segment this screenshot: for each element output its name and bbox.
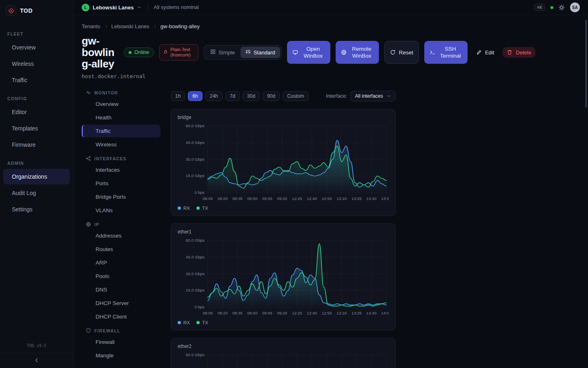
svg-text:60.0 Gbps: 60.0 Gbps [186, 123, 205, 128]
time-range-6h[interactable]: 6h [188, 91, 202, 101]
svg-text:12:40: 12:40 [307, 196, 317, 201]
subnav-item-health[interactable]: Health [82, 111, 160, 124]
theme-toggle-button[interactable] [559, 4, 565, 11]
subnav-item-routes[interactable]: Routes [82, 243, 160, 256]
page-header: gw-bowling-alley Online Plain-Text (Inse… [82, 35, 580, 70]
subnav-item-dhcp-client[interactable]: DHCP Client [82, 310, 160, 323]
subnav-item-mangle[interactable]: Mangle [82, 349, 160, 362]
sidebar-item-audit-log[interactable]: Audit Log [3, 185, 70, 201]
remote-winbox-button[interactable]: Remote WinBox [336, 41, 379, 64]
subnav-section-ip: IP [82, 218, 160, 229]
subnav-item-pools[interactable]: Pools [82, 270, 160, 283]
chevron-right-icon [104, 24, 108, 29]
subnav-item-dhcp-server[interactable]: DHCP Server [82, 297, 160, 310]
scrollbar-thumb[interactable] [585, 20, 587, 108]
main-area: L Lebowski Lanes All systems nominal ⌘K … [74, 0, 588, 368]
sidebar-item-editor[interactable]: Editor [3, 104, 70, 120]
remote-winbox-label: Remote WinBox [350, 45, 374, 59]
subnav-item-bridge-ports[interactable]: Bridge Ports [82, 191, 160, 203]
sidebar-item-label: Traffic [12, 77, 27, 83]
sidebar-item-firmware[interactable]: Firmware [3, 137, 70, 153]
edit-label: Edit [485, 49, 494, 56]
sidebar-item-templates[interactable]: Templates [3, 121, 70, 136]
sidebar-item-overview[interactable]: Overview [3, 40, 70, 55]
topbar-left: L Lebowski Lanes All systems nominal [82, 4, 199, 11]
sidebar-item-settings[interactable]: Settings [3, 202, 70, 217]
breadcrumb-item-tenants[interactable]: Tenants [82, 23, 100, 29]
user-avatar[interactable]: SA [570, 2, 580, 12]
view-toggle-simple[interactable]: Simple [205, 47, 240, 58]
delete-button[interactable]: Delete [503, 47, 535, 58]
device-subnav: MONITOROverviewHealthTrafficWirelessINTE… [82, 86, 160, 368]
network-icon [86, 156, 91, 161]
subnav-item-traffic[interactable]: Traffic [82, 125, 160, 137]
subnav-item-firewall[interactable]: Firewall [82, 336, 160, 348]
app-root: TOD FLEETOverviewWirelessTrafficCONFIGEd… [0, 0, 588, 368]
svg-text:12:55: 12:55 [322, 196, 332, 201]
subnav-section-label: IP [94, 222, 99, 227]
globe-icon [86, 222, 91, 227]
time-range-90d[interactable]: 90d [263, 91, 280, 101]
subnav-item-vlans[interactable]: VLANs [82, 204, 160, 217]
svg-text:13:40: 13:40 [366, 311, 376, 315]
open-winbox-button[interactable]: Open WinBox [287, 41, 330, 64]
subnav-item-wireless[interactable]: Wireless [82, 138, 160, 151]
time-range-30d[interactable]: 30d [243, 91, 260, 101]
chart-title: ether1 [178, 229, 389, 235]
breadcrumb-item-lebowski-lanes[interactable]: Lebowski Lanes [111, 23, 149, 29]
legend-item-rx: RX [178, 320, 190, 325]
topbar-right: ⌘K SA [534, 2, 580, 12]
subnav-section-label: FIREWALL [94, 328, 120, 333]
interface-select[interactable]: All interfaces [350, 91, 396, 101]
traffic-chart: 0 bps15.0 Gbps30.0 Gbps45.0 Gbps60.0 Gbp… [178, 237, 389, 318]
legend-label: RX [183, 320, 190, 325]
svg-text:15.0 Gbps: 15.0 Gbps [186, 173, 205, 178]
online-dot-icon [129, 51, 131, 54]
svg-text:45.0 Gbps: 45.0 Gbps [186, 255, 205, 259]
time-range-7d[interactable]: 7d [225, 91, 240, 101]
subnav-item-overview[interactable]: Overview [82, 98, 160, 110]
time-range-24h[interactable]: 24h [205, 91, 223, 101]
subnav-item-ports[interactable]: Ports [82, 177, 160, 190]
sidebar-collapse-button[interactable] [0, 353, 73, 368]
trash-icon [507, 49, 512, 55]
subnav-item-addresses[interactable]: Addresses [82, 229, 160, 242]
ssh-terminal-button[interactable]: SSH Terminal [424, 41, 468, 64]
svg-text:09:20: 09:20 [277, 311, 287, 315]
interface-filter: Interface: All interfaces [326, 91, 396, 101]
svg-text:08:05: 08:05 [203, 311, 213, 315]
time-range-group: 1h6h24h7d30d90dCustom [171, 91, 309, 101]
time-range-custom[interactable]: Custom [283, 91, 308, 101]
app-logo[interactable]: TOD [0, 0, 73, 21]
sidebar-section-fleet: FLEET [3, 24, 70, 40]
traffic-chart: 0 bps15.0 Gbps30.0 Gbps45.0 Gbps60.0 Gbp… [178, 123, 389, 203]
reset-button[interactable]: Reset [384, 41, 419, 64]
subnav-item-dns[interactable]: DNS [82, 283, 160, 296]
shield-icon [86, 328, 91, 333]
sidebar-item-organizations[interactable]: Organizations [3, 169, 70, 184]
svg-text:08:20: 08:20 [218, 311, 228, 315]
chart-title: bridge [178, 114, 389, 120]
svg-text:14:00: 14:00 [381, 311, 389, 315]
svg-text:12:55: 12:55 [322, 311, 332, 315]
topbar: L Lebowski Lanes All systems nominal ⌘K … [74, 0, 588, 15]
sidebar-item-traffic[interactable]: Traffic [3, 72, 70, 88]
sidebar-item-wireless[interactable]: Wireless [3, 56, 70, 72]
command-palette-shortcut[interactable]: ⌘K [534, 4, 545, 11]
edit-button[interactable]: Edit [473, 47, 497, 58]
view-mode-toggle: Simple Standard [204, 45, 282, 60]
svg-text:09:05: 09:05 [262, 311, 272, 315]
chart-legend: RXTX [178, 320, 389, 325]
breadcrumb-item-gw-bowling-alley: gw-bowling-alley [160, 23, 200, 29]
tenant-avatar: L [82, 4, 89, 11]
subnav-item-arp[interactable]: ARP [82, 256, 160, 269]
view-toggle-standard[interactable]: Standard [241, 47, 280, 58]
sidebar-item-label: Audit Log [12, 190, 36, 196]
online-status-badge: Online [124, 47, 154, 57]
subnav-item-interfaces[interactable]: Interfaces [82, 164, 160, 176]
legend-item-rx: RX [178, 206, 190, 211]
svg-text:15.0 Gbps: 15.0 Gbps [186, 288, 205, 293]
time-range-1h[interactable]: 1h [171, 91, 185, 101]
view-toggle-simple-label: Simple [218, 49, 235, 56]
tenant-switcher[interactable]: L Lebowski Lanes [82, 4, 142, 11]
